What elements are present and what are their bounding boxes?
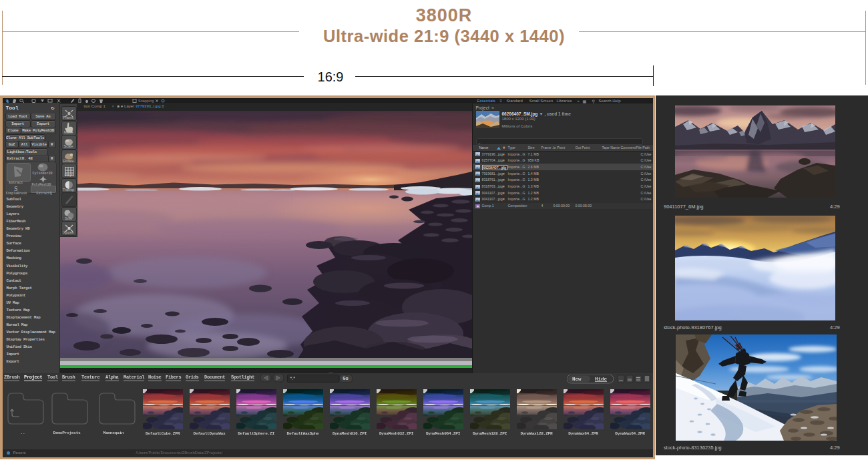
svg-text:S: S (14, 185, 18, 192)
svg-text:Snapping: Snapping (138, 99, 154, 103)
svg-text:New: New (572, 377, 582, 382)
svg-text:Hide: Hide (595, 377, 608, 382)
